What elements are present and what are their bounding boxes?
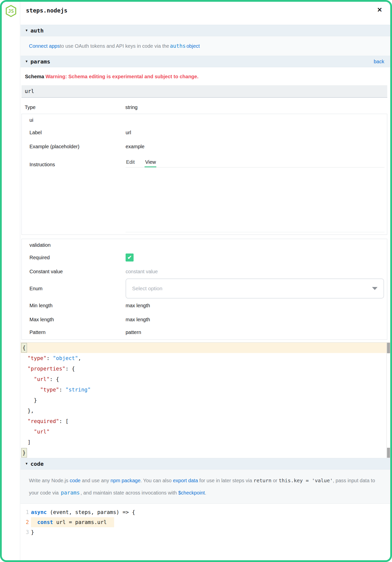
code-token: [21, 366, 27, 372]
code-editor-line[interactable]: 1async (event, steps, params) => {: [20, 507, 390, 517]
required-checkbox[interactable]: ✔: [126, 254, 134, 262]
matching-bracket: {: [21, 343, 27, 352]
label-row-label: Label: [22, 130, 126, 136]
inline-link[interactable]: npm package: [111, 478, 141, 483]
param-name-input[interactable]: url: [21, 85, 387, 98]
inline-link[interactable]: export data: [173, 478, 198, 483]
min-length-row: Min length max length: [22, 298, 387, 312]
back-link[interactable]: back: [374, 59, 384, 64]
code-description: Write any Node.js code and use any npm p…: [20, 470, 390, 504]
json-editor-line[interactable]: "url": {: [20, 374, 390, 384]
json-editor-line[interactable]: }: [20, 448, 390, 458]
inline-link[interactable]: params: [60, 490, 81, 496]
code-section-header[interactable]: ▼ code: [20, 458, 390, 470]
line-number: 2: [20, 517, 29, 527]
inline-text: and use any: [80, 478, 110, 483]
code-token: [21, 355, 27, 361]
code-token: : {: [50, 376, 59, 382]
inline-text: this.key = 'value': [279, 478, 333, 484]
json-editor-line[interactable]: "properties": {: [20, 364, 390, 374]
code-token: },: [21, 408, 34, 414]
schema-heading: Schema: [25, 74, 44, 79]
instructions-tabs: Edit View: [126, 158, 385, 168]
json-editor-line[interactable]: }: [20, 395, 390, 406]
json-editor-line[interactable]: "type": "object",: [20, 353, 390, 364]
type-value[interactable]: string: [125, 104, 138, 110]
auth-description: Connect apps to use OAuth tokens and API…: [20, 36, 390, 56]
constant-value-row: Constant value constant value: [22, 264, 387, 278]
code-token: "type": [40, 387, 59, 393]
close-icon[interactable]: ✕: [377, 7, 382, 13]
line-number: 1: [20, 507, 29, 517]
code-token: url = params.url: [53, 519, 107, 525]
pattern-label: Pattern: [22, 330, 126, 335]
code-editor-line[interactable]: 3}: [20, 527, 390, 537]
enum-select[interactable]: Select option: [126, 278, 384, 298]
inline-text: for use in later steps via: [198, 478, 253, 483]
params-section-label: params: [30, 58, 50, 65]
min-length-input[interactable]: max length: [126, 303, 387, 308]
ui-box-title: ui: [22, 114, 387, 126]
label-row: Label url: [22, 126, 387, 140]
code-editor-line[interactable]: 2 const url = params.url: [20, 517, 390, 527]
code-token: :: [59, 387, 65, 393]
scrollbar-thumb[interactable]: [387, 343, 390, 353]
type-row: Type string: [20, 102, 390, 112]
inline-link[interactable]: auths: [169, 43, 186, 49]
step-editor-window: JS steps.nodejs ✕ ▼ auth Connect apps to…: [2, 2, 390, 560]
code-token: async: [31, 509, 47, 515]
chevron-down-icon: ▼: [25, 462, 28, 466]
max-length-input[interactable]: max length: [126, 317, 387, 322]
pattern-input[interactable]: pattern: [126, 330, 387, 335]
json-editor-line[interactable]: ]: [20, 437, 390, 448]
json-editor-line[interactable]: "type": "string": [20, 384, 390, 395]
editor-scrollbar[interactable]: [387, 342, 390, 458]
enum-row: Enum Select option: [22, 278, 387, 298]
min-length-label: Min length: [22, 303, 126, 308]
auth-section-header[interactable]: ▼ auth: [20, 25, 390, 36]
code-token: "url": [34, 429, 50, 435]
code-token: : {: [65, 366, 75, 372]
params-section-header[interactable]: ▼ params back: [20, 56, 390, 67]
instructions-label: Instructions: [22, 162, 126, 168]
enum-label: Enum: [22, 286, 126, 292]
code-token: "properties": [27, 366, 65, 372]
schema-json-editor[interactable]: { "type": "object", "properties": { "url…: [20, 342, 390, 458]
inline-link[interactable]: $checkpoint: [178, 490, 205, 496]
inline-text: .: [205, 490, 206, 496]
code-token: const: [37, 519, 53, 525]
code-token: "url": [34, 376, 50, 382]
auth-section-label: auth: [30, 28, 44, 34]
tab-view[interactable]: View: [145, 158, 156, 167]
json-editor-line[interactable]: "url": [20, 426, 390, 437]
instructions-row: Instructions Edit View: [22, 154, 387, 168]
code-editor[interactable]: 1async (event, steps, params) => {2 cons…: [20, 504, 390, 542]
scrollbar-thumb[interactable]: [387, 448, 390, 458]
code-token: "required": [27, 418, 59, 424]
svg-text:JS: JS: [8, 8, 14, 14]
json-editor-line[interactable]: {: [20, 342, 390, 353]
label-row-value[interactable]: url: [126, 130, 387, 136]
required-label: Required: [22, 255, 126, 260]
titlebar: steps.nodejs ✕: [20, 2, 390, 25]
ui-box: ui Label url Example (placeholder) examp…: [21, 114, 387, 235]
json-editor-line[interactable]: },: [20, 406, 390, 416]
inline-text: or: [271, 478, 279, 483]
constant-value-input[interactable]: constant value: [126, 269, 387, 274]
code-token: (event, steps, params) => {: [47, 509, 135, 515]
inline-link[interactable]: object: [187, 43, 200, 49]
tab-edit[interactable]: Edit: [126, 158, 135, 167]
code-token: [21, 376, 34, 382]
pattern-row: Pattern pattern: [22, 326, 387, 338]
max-length-row: Max length max length: [22, 312, 387, 326]
inline-link[interactable]: Connect apps: [29, 43, 60, 49]
code-token: "string": [65, 387, 91, 393]
example-row: Example (placeholder) example: [22, 140, 387, 154]
chevron-down-icon: ▼: [25, 28, 28, 32]
inline-link[interactable]: code: [70, 478, 80, 483]
instructions-view-content[interactable]: [22, 168, 387, 234]
json-editor-line[interactable]: "required": [: [20, 416, 390, 426]
example-row-value[interactable]: example: [126, 144, 387, 150]
schema-warning-text: Warning: Schema editing is experimental …: [45, 74, 198, 79]
nodejs-logo-icon: JS: [5, 5, 17, 17]
